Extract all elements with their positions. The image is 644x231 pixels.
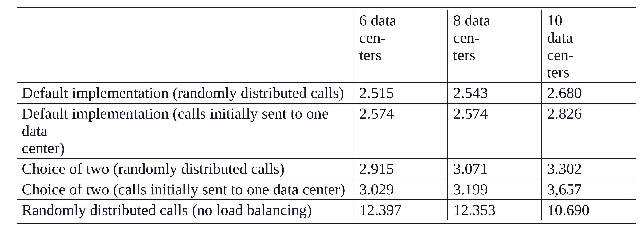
row-value: 3.071 (448, 158, 542, 179)
row-label: Choice of two (calls initially sent to o… (17, 179, 354, 200)
col-header-6: 6 data cen- ters (354, 10, 448, 82)
col-header-6-line3: ters (359, 46, 442, 64)
col-header-8-line3: ters (453, 46, 536, 64)
row-value: 2.574 (354, 103, 448, 158)
row-value: 3,657 (542, 179, 636, 200)
row-value: 3.029 (354, 179, 448, 200)
row-label: Default implementation (randomly distrib… (17, 82, 354, 103)
col-header-10-line3: cen- (547, 46, 630, 64)
row-value: 2.574 (448, 103, 542, 158)
col-header-8: 8 data cen- ters (448, 10, 542, 82)
col-header-10: 10 data cen- ters (542, 10, 636, 82)
table-row: Choice of two (randomly distributed call… (17, 158, 636, 179)
col-header-10-line1: 10 (547, 12, 630, 29)
table-row: Default implementation (randomly distrib… (17, 82, 636, 103)
col-header-6-line1: 6 data (359, 12, 442, 29)
row-label-line1: Default implementation (calls initially … (22, 105, 328, 139)
row-label-line2: center) (22, 140, 64, 156)
row-value: 3.199 (448, 179, 542, 200)
results-table: 6 data cen- ters 8 data cen- ters 10 dat… (17, 7, 636, 224)
col-header-10-line2: data (547, 29, 630, 46)
col-header-8-line1: 8 data (453, 12, 536, 29)
table-row: Randomly distributed calls (no load bala… (17, 200, 636, 220)
col-header-8-line2: cen- (453, 29, 536, 46)
col-header-10-line4: ters (547, 64, 630, 81)
table-header-row: 6 data cen- ters 8 data cen- ters 10 dat… (17, 10, 636, 82)
row-value: 2.543 (448, 82, 542, 103)
row-value: 2.515 (354, 82, 448, 103)
row-value: 12.353 (448, 200, 542, 220)
table-row: Default implementation (calls initially … (17, 103, 636, 158)
col-header-6-line2: cen- (359, 29, 442, 46)
row-value: 10.690 (542, 200, 636, 220)
row-label: Default implementation (calls initially … (17, 103, 354, 158)
row-value: 3.302 (542, 158, 636, 179)
row-value: 2.915 (354, 158, 448, 179)
row-value: 2.826 (542, 103, 636, 158)
row-value: 12.397 (354, 200, 448, 220)
row-value: 2.680 (542, 82, 636, 103)
row-label: Randomly distributed calls (no load bala… (17, 200, 354, 220)
table-row: Choice of two (calls initially sent to o… (17, 179, 636, 200)
page: 6 data cen- ters 8 data cen- ters 10 dat… (0, 0, 644, 231)
table-header-empty (17, 10, 354, 82)
row-label: Choice of two (randomly distributed call… (17, 158, 354, 179)
